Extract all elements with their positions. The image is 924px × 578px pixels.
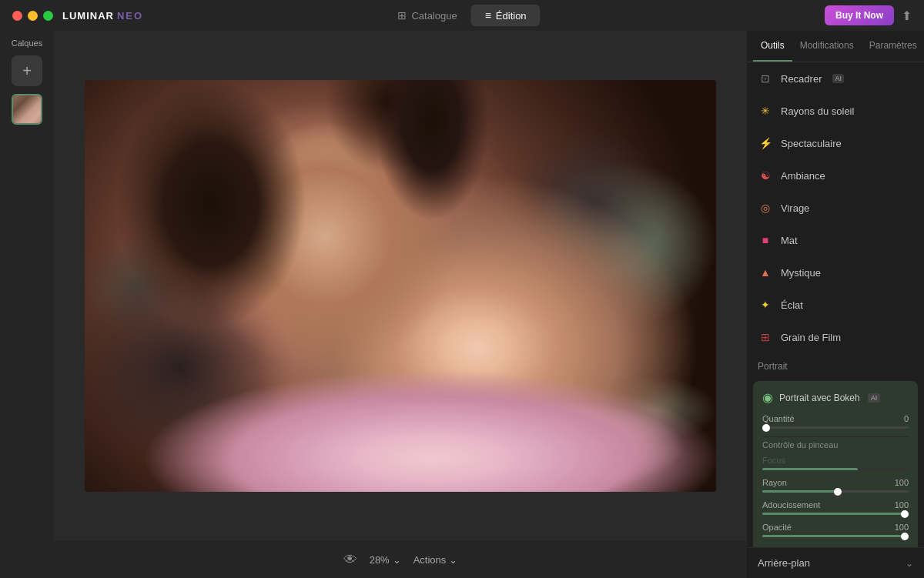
rayon-slider-row: Rayon 100 — [762, 478, 909, 493]
adoucissement-label: Adoucissement — [762, 500, 820, 510]
ambiance-icon: ☯ — [758, 168, 773, 183]
maximize-button[interactable] — [43, 11, 53, 21]
portrait-bokeh-card: ◉ Portrait avec Bokeh AI Quantité 0 — [753, 381, 918, 547]
rayon-slider-thumb[interactable] — [834, 488, 842, 496]
opacite-label-row: Opacité 100 — [762, 523, 909, 532]
tab-edition[interactable]: ≡ Édition — [471, 5, 541, 26]
share-button[interactable]: ⬆ — [902, 8, 912, 23]
zoom-chevron-icon: ⌄ — [393, 554, 401, 566]
bokeh-title: Portrait avec Bokeh — [779, 393, 860, 403]
focus-slider-track — [762, 468, 909, 470]
arriere-plan-chevron-icon: ⌄ — [906, 558, 913, 569]
left-sidebar: Calques + — [0, 31, 54, 578]
tool-mystique[interactable]: ▲ Mystique — [747, 256, 924, 289]
focus-label: Focus — [762, 456, 785, 465]
photo-frame — [85, 80, 716, 492]
opacite-slider-thumb[interactable] — [901, 533, 909, 540]
eclat-icon: ✦ — [758, 297, 773, 312]
buy-button[interactable]: Buy It Now — [825, 5, 894, 25]
edition-icon: ≡ — [485, 9, 491, 22]
recadrer-badge: AI — [832, 74, 844, 83]
tab-edition-label: Édition — [496, 10, 527, 22]
tool-ambiance-label: Ambiance — [781, 170, 825, 182]
tool-eclat-label: Éclat — [781, 299, 803, 311]
brush-control-section: Contrôle du pinceau Focus — [762, 440, 909, 537]
tool-mystique-label: Mystique — [781, 267, 821, 279]
rayons-icon: ✳ — [758, 103, 773, 119]
actions-label: Actions — [413, 554, 447, 566]
tool-ambiance[interactable]: ☯ Ambiance — [747, 159, 924, 192]
titlebar: LUMINAR NEO ⊞ Catalogue ≡ Édition Buy It… — [0, 0, 924, 31]
actions-chevron-icon: ⌄ — [449, 554, 457, 566]
tool-recadrer[interactable]: ⊡ Recadrer AI — [747, 62, 924, 95]
rayon-value: 100 — [895, 478, 909, 487]
zoom-value: 28% — [370, 554, 390, 566]
layers-title: Calques — [12, 38, 42, 48]
nav-tabs: ⊞ Catalogue ≡ Édition — [383, 5, 540, 26]
bokeh-badge: AI — [868, 393, 881, 403]
spectaculaire-icon: ⚡ — [758, 135, 773, 151]
photo-dress — [85, 266, 716, 492]
focus-label-row: Focus — [762, 456, 909, 465]
adoucissement-slider-thumb[interactable] — [901, 510, 909, 518]
focus-slider-fill — [762, 468, 858, 470]
layer-thumbnail[interactable] — [12, 94, 42, 125]
tool-grain-label: Grain de Film — [781, 332, 841, 343]
tool-rayons-label: Rayons du soleil — [781, 105, 854, 117]
right-panel-scroll[interactable]: ⊡ Recadrer AI ✳ Rayons du soleil ⚡ Spect… — [747, 62, 924, 547]
recadrer-icon: ⊡ — [758, 71, 773, 86]
tool-mat-label: Mat — [781, 235, 798, 246]
tool-mat[interactable]: ■ Mat — [747, 224, 924, 256]
zoom-control[interactable]: 28% ⌄ — [370, 554, 401, 566]
adoucissement-slider-row: Adoucissement 100 — [762, 500, 909, 515]
tool-eclat[interactable]: ✦ Éclat — [747, 289, 924, 321]
tool-virage[interactable]: ◎ Virage — [747, 192, 924, 224]
brush-divider — [762, 436, 909, 437]
logo-luminar-text: LUMINAR — [62, 10, 114, 22]
mystique-icon: ▲ — [758, 265, 773, 280]
right-panel: Outils Modifications Paramètres ⊡ Recadr… — [747, 31, 924, 578]
opacite-slider-track[interactable] — [762, 535, 909, 537]
adoucissement-slider-track[interactable] — [762, 513, 909, 515]
canvas-area: 👁 28% ⌄ Actions ⌄ — [54, 31, 747, 578]
virage-icon: ◎ — [758, 200, 773, 215]
rayon-label: Rayon — [762, 478, 787, 487]
quantite-slider-thumb[interactable] — [762, 424, 770, 432]
rayon-slider-track[interactable] — [762, 490, 909, 493]
tab-catalogue[interactable]: ⊞ Catalogue — [383, 5, 470, 26]
tool-virage-label: Virage — [781, 202, 809, 214]
tool-grain[interactable]: ⊞ Grain de Film — [747, 321, 924, 353]
opacite-slider-fill — [762, 535, 909, 537]
grain-icon: ⊞ — [758, 329, 773, 345]
adoucissement-slider-fill — [762, 513, 909, 515]
tab-parametres[interactable]: Paramètres — [862, 31, 924, 62]
layer-thumbnail-image — [13, 95, 41, 123]
quantite-slider-track[interactable] — [762, 426, 909, 429]
bokeh-icon: ◉ — [762, 390, 773, 405]
opacite-label: Opacité — [762, 523, 792, 532]
tool-spectaculaire[interactable]: ⚡ Spectaculaire — [747, 127, 924, 159]
right-tabs: Outils Modifications Paramètres — [747, 31, 924, 62]
tool-spectaculaire-label: Spectaculaire — [781, 138, 842, 149]
arriere-plan-row[interactable]: Arrière-plan ⌄ — [747, 547, 924, 578]
add-layer-button[interactable]: + — [12, 55, 42, 86]
pb-header: ◉ Portrait avec Bokeh AI — [762, 390, 909, 405]
tab-modifications[interactable]: Modifications — [792, 31, 862, 62]
quantite-label: Quantité — [762, 414, 795, 423]
tool-rayons[interactable]: ✳ Rayons du soleil — [747, 95, 924, 127]
mat-icon: ■ — [758, 232, 773, 248]
minimize-button[interactable] — [28, 11, 38, 21]
close-button[interactable] — [12, 11, 22, 21]
eye-icon: 👁 — [343, 552, 357, 567]
canvas-toolbar: 👁 28% ⌄ Actions ⌄ — [54, 541, 747, 578]
quantite-slider-row: Quantité 0 — [762, 414, 909, 429]
rayon-label-row: Rayon 100 — [762, 478, 909, 487]
actions-button[interactable]: Actions ⌄ — [413, 554, 458, 566]
main-area: Calques + 👁 28% ⌄ — [0, 31, 924, 578]
brush-title: Contrôle du pinceau — [762, 440, 909, 449]
tool-recadrer-label: Recadrer — [781, 73, 822, 85]
app-logo: LUMINAR NEO — [62, 10, 143, 22]
quantite-label-row: Quantité 0 — [762, 414, 909, 423]
eye-button[interactable]: 👁 — [343, 552, 357, 568]
tab-outils[interactable]: Outils — [753, 31, 792, 62]
